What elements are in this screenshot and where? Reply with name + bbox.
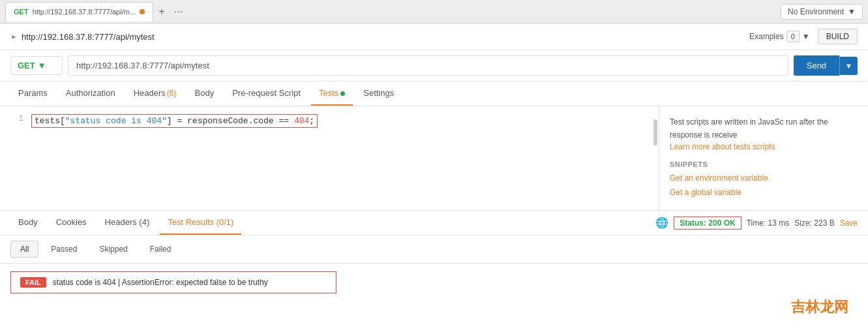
resp-tab-body[interactable]: Body: [10, 211, 46, 235]
code-number-literal: 404: [294, 116, 309, 126]
url-row: GET ▼ Send ▼: [0, 50, 868, 82]
new-tab-button[interactable]: +: [153, 3, 170, 20]
tab-params[interactable]: Params: [10, 82, 55, 106]
env-label: No Environment: [788, 7, 844, 16]
method-value: GET: [18, 61, 35, 70]
snippets-label: SNIPPETS: [670, 160, 858, 168]
build-button[interactable]: BUILD: [818, 29, 858, 44]
tests-active-dot: [340, 91, 345, 96]
code-editor[interactable]: 1 tests["status code is 404"] = response…: [0, 106, 659, 210]
result-filter-tabs: All Passed Skipped Failed: [0, 235, 868, 263]
breadcrumb-arrow-icon: ►: [10, 33, 18, 40]
more-tabs-button[interactable]: ···: [170, 5, 187, 19]
response-meta: 🌐 Status: 200 OK Time: 13 ms Size: 223 B…: [655, 217, 858, 230]
chevron-down-icon: ▼: [848, 7, 856, 16]
code-text: tests["status code is 404"] = responseCo…: [31, 114, 318, 128]
send-button-group: Send ▼: [794, 55, 858, 76]
headers-badge: (6): [167, 89, 177, 98]
filter-failed[interactable]: Failed: [140, 241, 181, 258]
method-select[interactable]: GET ▼: [10, 56, 63, 75]
fail-badge: FAIL: [20, 277, 46, 288]
url-input[interactable]: [68, 55, 788, 76]
save-button[interactable]: Save: [840, 218, 858, 228]
response-size: Size: 223 B: [794, 218, 834, 228]
code-highlighted-box: tests["status code is 404"] = responseCo…: [31, 114, 318, 128]
response-time: Time: 13 ms: [747, 218, 790, 228]
line-number: 1: [8, 114, 23, 123]
chevron-down-icon: ▼: [38, 61, 46, 70]
tab-tests[interactable]: Tests: [311, 82, 353, 106]
learn-more-link[interactable]: Learn more about tests scripts: [670, 142, 858, 151]
tab-modified-dot: [140, 9, 145, 14]
tab-authorization[interactable]: Authorization: [58, 82, 123, 106]
snippet-global-variable-link[interactable]: Get a global variable: [670, 188, 858, 197]
filter-skipped[interactable]: Skipped: [89, 241, 137, 258]
fail-message: status code is 404 | AssertionError: exp…: [53, 278, 268, 287]
chevron-down-icon: ▼: [802, 32, 810, 41]
snippet-env-variable-link[interactable]: Get an environment variable: [670, 173, 858, 183]
resp-tab-cookies[interactable]: Cookies: [48, 211, 95, 235]
request-tab[interactable]: GET http://192.168.37.8:7777/api/m...: [5, 2, 153, 22]
environment-section: No Environment ▼: [781, 4, 863, 20]
environment-dropdown[interactable]: No Environment ▼: [781, 4, 863, 20]
tab-settings[interactable]: Settings: [355, 82, 402, 106]
filter-passed[interactable]: Passed: [41, 241, 87, 258]
test-results-body: FAIL status code is 404 | AssertionError…: [0, 263, 868, 301]
response-area: Body Cookies Headers (4) Test Results (0…: [0, 211, 868, 301]
editor-split-pane: 1 tests["status code is 404"] = response…: [0, 106, 868, 211]
resp-tab-headers[interactable]: Headers (4): [97, 211, 158, 235]
examples-count: 0: [786, 31, 800, 42]
send-dropdown-button[interactable]: ▼: [839, 57, 858, 75]
response-tabs: Body Cookies Headers (4) Test Results (0…: [0, 211, 868, 235]
globe-icon[interactable]: 🌐: [655, 217, 668, 229]
fail-result-row: FAIL status code is 404 | AssertionError…: [10, 271, 337, 293]
filter-all[interactable]: All: [10, 241, 38, 258]
examples-label: Examples: [749, 32, 784, 41]
request-title: http://192.168.37.8:7777/api/mytest: [22, 32, 155, 42]
right-panel-description: Test scripts are written in JavaSc run a…: [670, 115, 858, 142]
tab-prerequest[interactable]: Pre-request Script: [224, 82, 308, 106]
status-badge: Status: 200 OK: [674, 217, 741, 230]
browser-tab-bar: GET http://192.168.37.8:7777/api/m... + …: [0, 0, 868, 23]
right-panel: Test scripts are written in JavaSc run a…: [659, 106, 868, 210]
examples-button[interactable]: Examples 0 ▼: [749, 31, 810, 42]
resp-tab-test-results[interactable]: Test Results (0/1): [160, 211, 241, 235]
tab-headers[interactable]: Headers(6): [126, 82, 185, 106]
code-string-literal: "status code is 404": [65, 116, 167, 126]
send-button[interactable]: Send: [794, 55, 839, 76]
tab-method: GET: [14, 8, 29, 16]
request-tabs: Params Authorization Headers(6) Body Pre…: [0, 82, 868, 106]
scroll-indicator: [653, 119, 657, 145]
tab-url: http://192.168.37.8:7777/api/m...: [33, 8, 136, 16]
tab-body[interactable]: Body: [187, 82, 222, 106]
request-title-bar: ► http://192.168.37.8:7777/api/mytest Ex…: [0, 23, 868, 50]
code-line-1: 1 tests["status code is 404"] = response…: [8, 114, 651, 128]
